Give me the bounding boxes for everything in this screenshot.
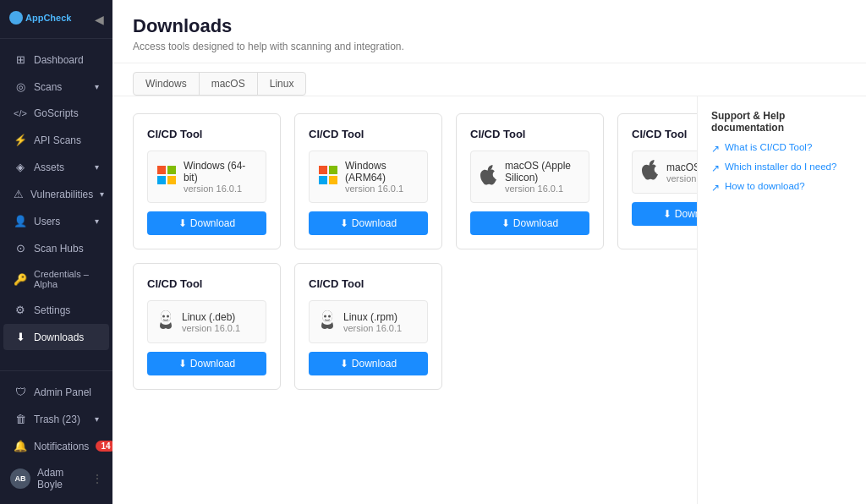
- card-version: version 16.0.1: [182, 323, 240, 333]
- sidebar-item-trash[interactable]: 🗑 Trash (23) ▾: [3, 406, 109, 432]
- card-title: CI/CD Tool: [309, 277, 428, 290]
- collapse-button[interactable]: ◀: [95, 13, 104, 26]
- help-link-what-is[interactable]: ↗ What is CI/CD Tool?: [711, 142, 852, 155]
- sidebar-item-notifications[interactable]: 🔔 Notifications 14: [3, 433, 109, 459]
- apple-icon: [641, 160, 660, 184]
- sidebar-item-goscripts[interactable]: </> GoScripts: [3, 101, 109, 126]
- help-link-label: What is CI/CD Tool?: [725, 142, 812, 152]
- svg-rect-6: [319, 166, 327, 174]
- help-link-label: How to download?: [725, 181, 805, 191]
- card-version: version 16.0.1: [343, 323, 402, 333]
- sidebar-item-label: Downloads: [34, 331, 84, 343]
- assets-icon: ◈: [14, 161, 27, 173]
- download-card-win64: CI/CD Tool Windows (64-bit): [133, 113, 281, 249]
- svg-point-12: [162, 315, 165, 318]
- sidebar-item-downloads[interactable]: ⬇ Downloads: [3, 324, 109, 350]
- app-logo: AppCheck: [8, 10, 76, 28]
- apple-icon: [480, 165, 498, 189]
- card-body: Windows (ARM64) version 16.0.1: [309, 151, 428, 203]
- card-platform: Linux (.deb): [182, 311, 240, 323]
- svg-rect-4: [157, 176, 166, 184]
- sidebar-item-label: Trash (23): [34, 414, 80, 425]
- link-icon: ↗: [711, 143, 720, 155]
- sidebar-item-label: Assets: [34, 162, 64, 173]
- help-link-which-installer[interactable]: ↗ Which installer do I need?: [711, 162, 852, 174]
- sidebar-item-credentials-alpha[interactable]: 🔑 Credentials – Alpha: [3, 262, 109, 296]
- card-version: version 16.0.1: [184, 184, 257, 194]
- sidebar-item-label: Settings: [34, 304, 70, 316]
- sidebar-bottom: 🛡 Admin Panel 🗑 Trash (23) ▾ 🔔 Notificat…: [0, 370, 112, 504]
- help-link-how-download[interactable]: ↗ How to download?: [711, 181, 852, 194]
- card-title: CI/CD Tool: [147, 128, 266, 140]
- sidebar-item-assets[interactable]: ◈ Assets ▾: [3, 154, 109, 180]
- tab-bar: Windows macOS Linux: [112, 63, 866, 96]
- chevron-down-icon: ▾: [95, 414, 99, 424]
- svg-point-0: [9, 11, 23, 25]
- sidebar-item-label: Credentials – Alpha: [34, 269, 99, 289]
- users-icon: 👤: [14, 215, 27, 227]
- download-icon: ⬇: [340, 217, 348, 229]
- svg-text:AppCheck: AppCheck: [25, 13, 72, 23]
- tab-macos[interactable]: macOS: [199, 72, 258, 96]
- svg-rect-3: [167, 166, 176, 174]
- card-title: CI/CD Tool: [147, 277, 266, 290]
- chevron-down-icon: ▾: [100, 189, 104, 199]
- download-button-mac-silicon[interactable]: ⬇ Download: [470, 211, 589, 235]
- sidebar-item-label: Scans: [34, 81, 62, 93]
- download-icon: ⬇: [178, 358, 187, 370]
- help-panel: Support & Help documentation ↗ What is C…: [697, 96, 866, 504]
- sidebar-item-scans[interactable]: ◎ Scans ▾: [3, 74, 109, 100]
- download-card-winarm: CI/CD Tool Windows (ARM64): [294, 113, 442, 249]
- download-button-mac-intel[interactable]: ⬇ Download: [632, 202, 697, 226]
- card-info: Windows (ARM64) version 16.0.1: [345, 160, 419, 194]
- sidebar-item-label: Notifications: [34, 441, 89, 452]
- grid-row-1: CI/CD Tool Windows (64-bit): [133, 113, 677, 249]
- download-icon: ⬇: [178, 217, 187, 229]
- sidebar-item-api-scans[interactable]: ⚡ API Scans: [3, 127, 109, 153]
- svg-rect-8: [319, 176, 327, 184]
- main-content: Downloads Access tools designed to help …: [112, 0, 866, 504]
- user-menu-button[interactable]: ⋮: [92, 473, 102, 485]
- card-info: Linux (.deb) version 16.0.1: [182, 311, 240, 333]
- admin-icon: 🛡: [14, 386, 27, 398]
- sidebar-item-label: Users: [34, 216, 60, 227]
- sidebar-item-settings[interactable]: ⚙ Settings: [3, 297, 109, 323]
- card-title: CI/CD Tool: [632, 128, 697, 140]
- link-icon: ↗: [711, 162, 720, 174]
- settings-icon: ⚙: [14, 304, 27, 316]
- card-title: CI/CD Tool: [470, 128, 589, 140]
- download-button-linux-rpm[interactable]: ⬇ Download: [309, 352, 428, 375]
- download-icon: ⬇: [502, 217, 510, 229]
- download-button-winarm[interactable]: ⬇ Download: [309, 211, 428, 235]
- sidebar-item-vulnerabilities[interactable]: ⚠ Vulnerabilities ▾: [3, 181, 109, 207]
- download-button-linux-deb[interactable]: ⬇ Download: [147, 352, 266, 375]
- api-scans-icon: ⚡: [14, 134, 27, 146]
- scans-icon: ◎: [14, 80, 27, 93]
- linux-icon: [318, 310, 337, 334]
- content-area: CI/CD Tool Windows (64-bit): [112, 96, 866, 504]
- page-subtitle: Access tools designed to help with scann…: [133, 41, 846, 52]
- page-header: Downloads Access tools designed to help …: [112, 0, 866, 63]
- download-button-win64[interactable]: ⬇ Download: [147, 211, 266, 235]
- sidebar-item-label: Dashboard: [34, 54, 84, 66]
- sidebar-item-users[interactable]: 👤 Users ▾: [3, 208, 109, 234]
- goscripts-icon: </>: [14, 108, 27, 118]
- tab-linux[interactable]: Linux: [257, 72, 307, 96]
- card-title: CI/CD Tool: [309, 128, 428, 140]
- sidebar-item-dashboard[interactable]: ⊞ Dashboard: [3, 47, 109, 73]
- help-title: Support & Help documentation: [711, 110, 852, 134]
- download-card-mac-silicon: CI/CD Tool macOS (Apple Silicon) version…: [456, 113, 604, 249]
- sidebar-nav: ⊞ Dashboard ◎ Scans ▾ </> GoScripts ⚡ AP…: [0, 39, 112, 370]
- sidebar-item-label: Scan Hubs: [34, 243, 84, 255]
- sidebar-item-scan-hubs[interactable]: ⊙ Scan Hubs: [3, 235, 109, 261]
- user-profile[interactable]: AB Adam Boyle ⋮: [0, 460, 112, 497]
- card-body: Linux (.deb) version 16.0.1: [147, 300, 266, 343]
- downloads-grid: CI/CD Tool Windows (64-bit): [112, 96, 697, 504]
- sidebar-item-admin-panel[interactable]: 🛡 Admin Panel: [3, 379, 109, 405]
- chevron-down-icon: ▾: [95, 216, 99, 226]
- sidebar-logo: AppCheck ◀: [0, 0, 112, 39]
- windows-icon: [318, 165, 338, 189]
- help-link-label: Which installer do I need?: [725, 162, 836, 172]
- svg-point-13: [167, 315, 169, 318]
- tab-windows[interactable]: Windows: [133, 72, 200, 96]
